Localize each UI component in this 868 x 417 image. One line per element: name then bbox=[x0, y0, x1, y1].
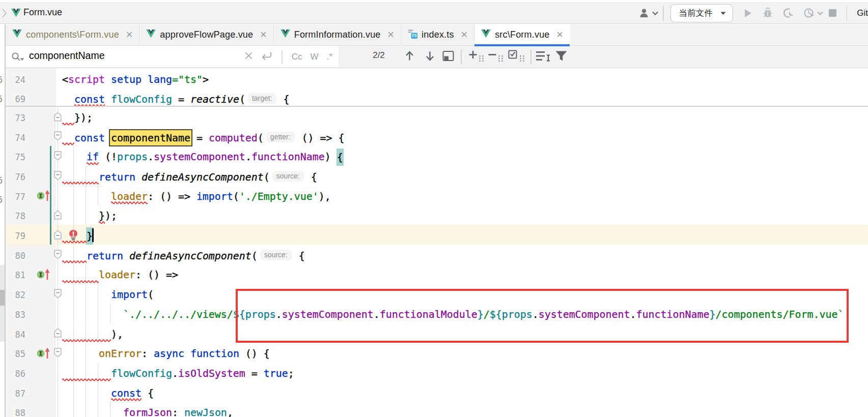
typescript-file-icon: TS bbox=[408, 29, 417, 41]
tab-components-form.vue[interactable]: components\Form.vue✕ bbox=[6, 24, 139, 46]
previous-occurrence-icon[interactable] bbox=[405, 50, 414, 63]
code-line-78: 78 }); bbox=[6, 205, 868, 225]
toolbar-divider bbox=[461, 50, 462, 64]
fold-region-end-icon[interactable] bbox=[54, 112, 62, 122]
run-configuration-label: 当前文件 bbox=[679, 8, 713, 19]
line-number-75: 75 bbox=[6, 152, 25, 162]
select-all-occurrences-icon[interactable] bbox=[508, 50, 525, 64]
search-result-highlight: componentName bbox=[110, 130, 191, 146]
run-with-coverage-icon[interactable] bbox=[803, 8, 815, 18]
line-number-88: 88 bbox=[6, 408, 25, 417]
code-line-75: 75 if (!props.systemComponent.functionNa… bbox=[6, 146, 868, 166]
error-squiggle bbox=[62, 122, 74, 126]
vue-file-icon bbox=[12, 29, 22, 41]
code-text-74: const componentName = computed(getter: (… bbox=[62, 132, 345, 144]
tab-index.ts[interactable]: TSindex.ts✕ bbox=[401, 24, 474, 46]
text-caret bbox=[92, 228, 94, 242]
inspection-gutter-icon[interactable] bbox=[35, 346, 53, 360]
error-squiggle bbox=[99, 221, 105, 224]
tab-close-icon[interactable]: ✕ bbox=[126, 31, 133, 39]
error-squiggle bbox=[62, 260, 87, 263]
fold-region-start-icon[interactable] bbox=[54, 348, 62, 358]
fold-region-end-icon[interactable] bbox=[54, 328, 62, 338]
tab-close-icon[interactable]: ✕ bbox=[260, 31, 267, 39]
parameter-hint: source: bbox=[260, 250, 292, 260]
line-number-69: 69 bbox=[6, 94, 25, 104]
sticky-lines-separator bbox=[6, 106, 868, 107]
error-squiggle bbox=[62, 339, 111, 342]
adjacent-pane-scrollbar-thumb[interactable] bbox=[0, 290, 5, 306]
ide-window: Form.vue 当前文件 bbox=[0, 0, 868, 417]
code-text-77: loader: () => import('./Empty.vue'), bbox=[62, 191, 331, 202]
open-in-find-window-icon[interactable] bbox=[442, 50, 454, 63]
line-number-86: 86 bbox=[6, 369, 25, 379]
tab-approveflowpage.vue[interactable]: approveFlowPage.vue✕ bbox=[139, 24, 273, 46]
fold-region-end-icon[interactable] bbox=[54, 210, 62, 220]
breadcrumb-chevron-icon bbox=[1, 8, 7, 20]
user-icon[interactable] bbox=[639, 8, 651, 18]
code-editor[interactable]: 73 });74 const componentName = computed(… bbox=[6, 69, 868, 417]
code-line-86: 86 flowConfig.isOldSystem = true; bbox=[6, 363, 868, 382]
add-occurrence-icon[interactable] bbox=[468, 50, 485, 64]
git-widget-label[interactable]: Git bbox=[857, 8, 868, 18]
code-text-80: return defineAsyncComponent(source: { bbox=[62, 250, 305, 262]
line-number-74: 74 bbox=[6, 133, 25, 143]
parameter-hint: target: bbox=[248, 93, 276, 104]
code-text-75: if (!props.systemComponent.functionName)… bbox=[62, 151, 343, 163]
error-squiggle bbox=[62, 142, 74, 145]
user-dropdown-chevron-icon[interactable] bbox=[652, 11, 658, 15]
fold-region-start-icon[interactable] bbox=[54, 171, 62, 181]
fold-region-start-icon[interactable] bbox=[54, 151, 62, 161]
error-squiggle bbox=[62, 240, 87, 244]
fold-region-start-icon[interactable] bbox=[54, 131, 62, 141]
code-text-85: onError: async function () { bbox=[62, 348, 270, 360]
run-configuration-chevron-icon bbox=[720, 8, 726, 18]
tab-label: approveFlowPage.vue bbox=[160, 29, 253, 40]
vue-file-icon bbox=[146, 29, 156, 41]
sticky-lines-panel: 24<script setup lang="ts">69 const flowC… bbox=[6, 69, 868, 107]
title-bar: Form.vue 当前文件 bbox=[0, 2, 868, 24]
code-line-87: 87 const { bbox=[6, 382, 868, 402]
code-text-78: }); bbox=[62, 210, 117, 222]
line-number-73: 73 bbox=[6, 113, 25, 123]
error-squiggle bbox=[62, 181, 99, 185]
tab-close-icon[interactable]: ✕ bbox=[461, 31, 468, 39]
parameter-hint: source: bbox=[272, 171, 304, 182]
run-configuration-selector[interactable]: 当前文件 bbox=[670, 4, 733, 22]
error-squiggle bbox=[62, 280, 99, 283]
coverage-dropdown-chevron-icon[interactable] bbox=[817, 11, 823, 15]
tab-close-icon[interactable]: ✕ bbox=[387, 31, 395, 39]
code-line-81: 81 loader: () => bbox=[6, 264, 868, 284]
run-icon[interactable] bbox=[743, 8, 753, 18]
code-line-77: 77 loader: () => import('./Empty.vue'), bbox=[6, 186, 868, 205]
code-text-82: import( bbox=[62, 289, 154, 301]
search-options-icon[interactable] bbox=[536, 50, 551, 64]
next-occurrence-icon[interactable] bbox=[425, 50, 435, 63]
inspection-gutter-icon[interactable] bbox=[35, 189, 53, 202]
profiler-icon[interactable] bbox=[782, 8, 794, 18]
line-number-24: 24 bbox=[6, 75, 25, 85]
inspection-gutter-icon[interactable] bbox=[35, 267, 53, 281]
stop-icon[interactable] bbox=[828, 9, 837, 17]
tab-forminformation.vue[interactable]: FormInformation.vue✕ bbox=[274, 24, 401, 46]
code-line-88: 88 formJson: newJson, bbox=[6, 402, 868, 417]
tab-close-icon[interactable]: ✕ bbox=[556, 31, 564, 39]
fold-region-start-icon[interactable] bbox=[54, 289, 62, 299]
line-number-87: 87 bbox=[6, 389, 25, 399]
line-number-84: 84 bbox=[6, 330, 25, 340]
vue-file-icon bbox=[281, 29, 290, 41]
debug-icon[interactable] bbox=[762, 8, 773, 18]
breadcrumb-file-name[interactable]: Form.vue bbox=[23, 7, 62, 18]
code-line-76: 76 return defineAsyncComponent(source: { bbox=[6, 166, 868, 186]
adjacent-pane-line-number: 6 bbox=[0, 75, 5, 85]
remove-occurrence-icon[interactable] bbox=[488, 50, 504, 64]
error-squiggle bbox=[62, 378, 111, 381]
line-number-83: 83 bbox=[6, 310, 25, 320]
pane-splitter[interactable] bbox=[5, 24, 6, 417]
fold-region-end-icon[interactable] bbox=[54, 230, 62, 240]
tab-src-form.vue[interactable]: src\Form.vue✕ bbox=[474, 24, 570, 46]
code-line-73: 73 }); bbox=[6, 107, 868, 127]
filter-icon[interactable] bbox=[555, 50, 568, 64]
fold-region-start-icon[interactable] bbox=[54, 250, 62, 259]
code-text-24: <script setup lang="ts"> bbox=[62, 74, 209, 85]
